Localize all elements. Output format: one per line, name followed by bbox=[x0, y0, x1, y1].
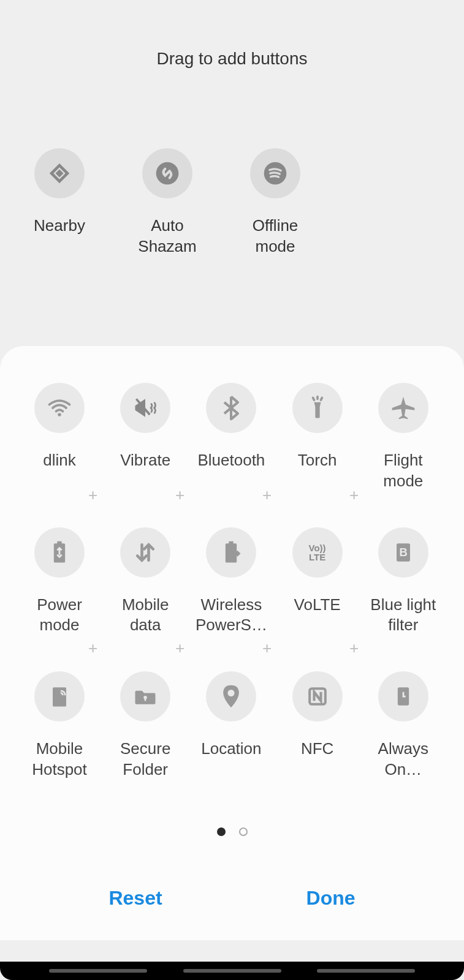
secure-folder-icon bbox=[120, 671, 170, 722]
airplane-icon bbox=[378, 383, 428, 433]
qs-label: Wireless PowerS… bbox=[196, 595, 267, 636]
qs-vibrate[interactable]: Vibrate bbox=[110, 383, 180, 492]
drop-slot-icon: + bbox=[88, 639, 97, 658]
qs-secure-folder[interactable]: Secure Folder bbox=[110, 671, 180, 780]
nfc-icon bbox=[292, 671, 343, 722]
done-button[interactable]: Done bbox=[306, 887, 356, 910]
battery-recycle-icon bbox=[34, 527, 85, 578]
qs-always-on[interactable]: Always On… bbox=[368, 671, 438, 780]
hotspot-icon bbox=[34, 671, 85, 722]
torch-icon bbox=[292, 383, 343, 433]
qs-label: Bluetooth bbox=[197, 450, 265, 471]
qs-label: Mobile data bbox=[122, 595, 169, 636]
nav-back[interactable] bbox=[317, 969, 415, 973]
qs-power-mode[interactable]: Power mode bbox=[25, 527, 94, 636]
qs-auto-shazam[interactable]: Auto Shazam bbox=[132, 148, 202, 257]
qs-volte[interactable]: Vo))LTE VoLTE bbox=[283, 527, 352, 636]
page-dot-active[interactable] bbox=[217, 827, 226, 836]
qs-label: Nearby bbox=[34, 216, 85, 236]
page-dot[interactable] bbox=[239, 827, 248, 836]
qs-mobile-hotspot[interactable]: Mobile Hotspot bbox=[25, 671, 94, 780]
svg-text:B: B bbox=[399, 545, 407, 558]
qs-label: Auto Shazam bbox=[138, 216, 196, 257]
qs-bluetooth[interactable]: Bluetooth bbox=[196, 383, 266, 492]
qs-wireless-powershare[interactable]: Wireless PowerS… bbox=[196, 527, 266, 636]
qs-mobile-data[interactable]: Mobile data bbox=[110, 527, 180, 636]
qs-torch[interactable]: Torch bbox=[283, 383, 352, 492]
wifi-icon bbox=[34, 383, 85, 433]
volte-icon: Vo))LTE bbox=[292, 527, 343, 578]
data-arrows-icon bbox=[120, 527, 170, 578]
qs-blue-light-filter[interactable]: B Blue light filter bbox=[368, 527, 438, 636]
nav-recents[interactable] bbox=[49, 969, 147, 973]
drop-slot-icon: + bbox=[349, 639, 359, 658]
qs-location[interactable]: Location bbox=[196, 671, 266, 780]
reset-button[interactable]: Reset bbox=[108, 887, 162, 910]
drop-slot-icon: + bbox=[175, 639, 184, 658]
location-icon bbox=[206, 671, 256, 722]
qs-wifi[interactable]: dlink bbox=[25, 383, 94, 492]
qs-label: Mobile Hotspot bbox=[32, 739, 87, 780]
available-buttons-row: Nearby Auto Shazam Offline mode bbox=[0, 148, 464, 257]
nearby-icon bbox=[34, 148, 85, 198]
qs-label: dlink bbox=[43, 450, 75, 471]
svg-rect-1 bbox=[56, 170, 64, 178]
qs-label: Secure Folder bbox=[120, 739, 170, 780]
qs-offline-mode[interactable]: Offline mode bbox=[240, 148, 310, 257]
qs-label: Offline mode bbox=[253, 216, 299, 257]
drop-slot-icon: + bbox=[88, 486, 97, 505]
svg-point-13 bbox=[228, 690, 235, 696]
qs-label: VoLTE bbox=[294, 595, 341, 616]
bluetooth-icon bbox=[206, 383, 256, 433]
qs-label: Vibrate bbox=[120, 450, 170, 471]
vibrate-icon bbox=[120, 383, 170, 433]
svg-point-4 bbox=[58, 413, 61, 417]
spotify-icon bbox=[250, 148, 300, 198]
active-panel: dlink Vibrate Bluetooth Torch Flight mod bbox=[0, 346, 464, 940]
qs-label: Always On… bbox=[378, 739, 428, 780]
qs-label: Power mode bbox=[37, 595, 82, 636]
drop-slot-icon: + bbox=[175, 486, 184, 505]
qs-label: Blue light filter bbox=[370, 595, 436, 636]
svg-rect-12 bbox=[145, 698, 146, 701]
qs-nfc[interactable]: NFC bbox=[283, 671, 352, 780]
drop-slot-icon: + bbox=[262, 639, 272, 658]
nav-home[interactable] bbox=[183, 969, 281, 973]
qs-label: Torch bbox=[298, 450, 337, 471]
page-title: Drag to add buttons bbox=[0, 49, 464, 69]
qs-label: Location bbox=[201, 739, 261, 760]
svg-line-8 bbox=[321, 398, 322, 401]
system-nav-bar bbox=[0, 962, 464, 980]
drop-slot-icon: + bbox=[262, 486, 272, 505]
qs-nearby[interactable]: Nearby bbox=[25, 148, 94, 257]
blue-light-icon: B bbox=[378, 527, 428, 578]
battery-share-icon bbox=[206, 527, 256, 578]
always-on-icon bbox=[378, 671, 428, 722]
drop-slot-icon: + bbox=[349, 486, 359, 505]
shazam-icon bbox=[142, 148, 192, 198]
qs-label: Flight mode bbox=[383, 450, 423, 492]
qs-flight-mode[interactable]: Flight mode bbox=[368, 383, 438, 492]
svg-line-7 bbox=[313, 398, 314, 401]
qs-label: NFC bbox=[301, 739, 333, 760]
pagination-dots bbox=[0, 827, 464, 836]
